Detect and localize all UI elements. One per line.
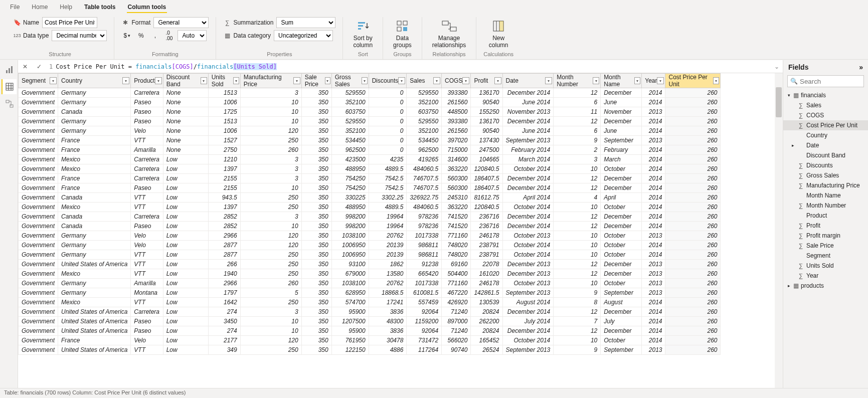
cell[interactable]: Low xyxy=(163,260,208,269)
cell[interactable]: 260 xyxy=(665,231,721,241)
cell[interactable]: 260 xyxy=(665,145,721,155)
table-row[interactable]: GovernmentMexicoCarreteraLow139733504889… xyxy=(19,164,721,174)
cell[interactable]: 260 xyxy=(665,88,721,98)
cell[interactable]: August xyxy=(601,298,642,307)
cell[interactable]: 1207500 xyxy=(331,317,369,326)
cell[interactable]: Low xyxy=(163,164,208,174)
cell[interactable]: 350 xyxy=(301,212,331,222)
cell[interactable]: 10 xyxy=(240,222,301,231)
cell[interactable]: December xyxy=(601,269,642,279)
cell[interactable]: 679000 xyxy=(331,269,369,279)
datatype-select[interactable]: Decimal number xyxy=(52,30,107,41)
cell[interactable]: 10 xyxy=(554,203,601,212)
cell[interactable]: 3836 xyxy=(369,307,407,317)
cell[interactable]: None xyxy=(163,145,208,155)
cell[interactable]: October xyxy=(601,164,642,174)
cell[interactable]: Government xyxy=(19,241,58,250)
cell[interactable]: 1725 xyxy=(208,107,240,117)
comma-button[interactable]: , xyxy=(149,30,160,41)
cell[interactable]: 350 xyxy=(301,241,331,250)
cell[interactable]: Low xyxy=(163,298,208,307)
cell[interactable]: October xyxy=(601,203,642,212)
cell[interactable]: 1017338 xyxy=(407,279,442,288)
table-row[interactable]: GovernmentMexicoVTTLow194025035067900013… xyxy=(19,269,721,279)
tab-column-tools[interactable]: Column tools xyxy=(122,2,172,13)
cell[interactable]: 260 xyxy=(665,317,721,326)
cell[interactable]: 2014 xyxy=(642,326,665,336)
cell[interactable]: 2014 xyxy=(642,298,665,307)
formula-expand-button[interactable]: ⌄ xyxy=(771,63,783,70)
cell[interactable]: December xyxy=(601,260,642,269)
cell[interactable]: 350 xyxy=(301,222,331,231)
cell[interactable]: Carretera xyxy=(131,307,163,317)
cell[interactable]: 314600 xyxy=(442,155,471,164)
cell[interactable]: 350 xyxy=(301,250,331,260)
decimals-select[interactable]: Auto xyxy=(178,30,207,41)
column-filter-button[interactable]: ▾ xyxy=(462,77,469,84)
fields-field[interactable]: Month Name xyxy=(783,190,868,201)
cell[interactable]: 120840.5 xyxy=(471,203,502,212)
cell[interactable]: 350 xyxy=(301,260,331,269)
cell[interactable]: 2014 xyxy=(642,241,665,250)
cell[interactable]: October xyxy=(601,250,642,260)
cell[interactable]: 484060.5 xyxy=(407,203,442,212)
cell[interactable]: 610081.5 xyxy=(407,288,442,298)
cell[interactable]: 1862 xyxy=(369,260,407,269)
cell[interactable]: Government xyxy=(19,298,58,307)
cell[interactable]: 250 xyxy=(240,193,301,203)
cell[interactable]: Government xyxy=(19,260,58,269)
cell[interactable]: 2013 xyxy=(642,107,665,117)
cell[interactable]: 488950 xyxy=(331,203,369,212)
cell[interactable]: 1038100 xyxy=(331,279,369,288)
cell[interactable]: 10 xyxy=(554,279,601,288)
cell[interactable]: October xyxy=(601,336,642,345)
cell[interactable]: 117264 xyxy=(407,345,442,355)
cell[interactable]: 2014 xyxy=(642,88,665,98)
cell[interactable]: 12 xyxy=(554,174,601,183)
table-row[interactable]: GovernmentGermanyVeloNone100612035035210… xyxy=(19,126,721,136)
cell[interactable]: 9 xyxy=(554,345,601,355)
table-row[interactable]: GovernmentGermanyPaseoNone10061035035210… xyxy=(19,98,721,107)
cell[interactable]: VTT xyxy=(131,345,163,355)
cell[interactable]: 393380 xyxy=(442,88,471,98)
fields-field[interactable]: ∑Month Number xyxy=(783,201,868,211)
cell[interactable]: Low xyxy=(163,222,208,231)
cell[interactable]: 350 xyxy=(301,98,331,107)
cell[interactable]: 504400 xyxy=(442,269,471,279)
cell[interactable]: 10 xyxy=(554,231,601,241)
cell[interactable]: 350 xyxy=(301,107,331,117)
cell[interactable]: 1006950 xyxy=(331,241,369,250)
cell[interactable]: 20139 xyxy=(369,241,407,250)
cell[interactable]: Carretera xyxy=(131,174,163,183)
table-row[interactable]: GovernmentCanadaVTTLow943.52503503302253… xyxy=(19,193,721,203)
cell[interactable]: December 2013 xyxy=(502,269,554,279)
cell[interactable]: 1006 xyxy=(208,98,240,107)
cell[interactable]: 748020 xyxy=(442,250,471,260)
fields-field[interactable]: ∑Profit margin xyxy=(783,231,868,241)
cell[interactable]: 6 xyxy=(554,126,601,136)
cell[interactable]: Amarilla xyxy=(131,279,163,288)
cell[interactable]: 3 xyxy=(240,155,301,164)
cell[interactable]: December 2014 xyxy=(502,307,554,317)
cell[interactable]: 2013 xyxy=(642,136,665,145)
table-row[interactable]: GovernmentUnited States of AmericaVTTLow… xyxy=(19,260,721,269)
cell[interactable]: Germany xyxy=(58,250,131,260)
cell[interactable]: 91238 xyxy=(407,260,442,269)
cell[interactable]: December 2013 xyxy=(502,260,554,269)
cell[interactable]: Germany xyxy=(58,288,131,298)
cell[interactable]: 350 xyxy=(301,155,331,164)
cell[interactable]: 3 xyxy=(240,212,301,222)
new-column-button[interactable]: New column xyxy=(486,17,511,50)
cell[interactable]: 26524 xyxy=(471,345,502,355)
cell[interactable]: 71240 xyxy=(442,326,471,336)
cell[interactable]: 245310 xyxy=(442,193,471,203)
column-header[interactable]: Profit▾ xyxy=(471,74,502,88)
cell[interactable]: 488950 xyxy=(331,164,369,174)
cell[interactable]: 350 xyxy=(301,164,331,174)
column-header[interactable]: Sales▾ xyxy=(407,74,442,88)
cell[interactable]: 352100 xyxy=(331,98,369,107)
cell[interactable]: Government xyxy=(19,269,58,279)
table-row[interactable]: GovernmentFranceVTTNone15272503505344500… xyxy=(19,136,721,145)
cell[interactable]: 754250 xyxy=(331,174,369,183)
column-filter-button[interactable]: ▾ xyxy=(545,77,552,84)
